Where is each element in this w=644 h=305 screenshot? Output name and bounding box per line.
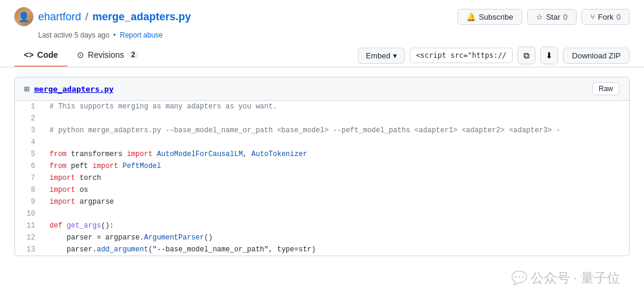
table-row: 8import os xyxy=(15,184,629,196)
username-link[interactable]: ehartford xyxy=(38,11,81,23)
script-preview-text: <script src="https:// xyxy=(416,51,507,60)
avatar-image: 👤 xyxy=(14,7,33,26)
star-label: Star xyxy=(546,13,561,21)
embed-chevron-icon: ▾ xyxy=(393,51,397,60)
download-icon: ⬇ xyxy=(546,51,553,60)
table-row: 7import torch xyxy=(15,172,629,184)
table-row: 11def get_args(): xyxy=(15,220,629,232)
tab-revisions[interactable]: ⊙ Revisions 2 xyxy=(67,44,148,67)
line-code xyxy=(45,136,629,148)
header-left: 👤 ehartford / merge_adapters.py xyxy=(14,7,191,26)
file-container: ⊞ merge_adapters.py Raw 1# This supports… xyxy=(14,77,630,256)
line-number: 10 xyxy=(15,208,45,220)
tab-code[interactable]: <> Code xyxy=(14,44,67,67)
line-code: from peft import PeftModel xyxy=(45,160,629,172)
line-number: 4 xyxy=(15,136,45,148)
line-code xyxy=(45,113,629,125)
star-button[interactable]: ☆ Star 0 xyxy=(527,9,577,25)
copy-icon: ⧉ xyxy=(524,51,530,61)
download-zip-label: Download ZIP xyxy=(572,51,621,60)
table-row: 6from peft import PeftModel xyxy=(15,160,629,172)
line-code: import argparse xyxy=(45,196,629,208)
star-icon: ☆ xyxy=(536,13,543,21)
table-row: 5from transformers import AutoModelForCa… xyxy=(15,148,629,160)
fork-icon: ⑂ xyxy=(590,13,595,21)
line-code: parser = argparse.ArgumentParser() xyxy=(45,232,629,244)
file-code-icon: ⊞ xyxy=(24,84,29,94)
line-number: 3 xyxy=(15,125,45,136)
line-number: 2 xyxy=(15,113,45,125)
header-right: 🔔 Subscribe ☆ Star 0 ⑂ Fork 0 xyxy=(457,9,630,25)
table-row: 10 xyxy=(15,208,629,220)
subscribe-label: Subscribe xyxy=(479,13,513,21)
line-code: import torch xyxy=(45,172,629,184)
embed-button[interactable]: Embed ▾ xyxy=(358,48,404,64)
download-zip-button[interactable]: Download ZIP xyxy=(563,48,630,64)
table-row: 4 xyxy=(15,136,629,148)
line-code: parser.add_argument("--base_model_name_o… xyxy=(45,244,629,256)
line-code: from transformers import AutoModelForCau… xyxy=(45,148,629,160)
filename-link[interactable]: merge_adapters.py xyxy=(92,11,191,23)
subtitle: Last active 5 days ago • Report abuse xyxy=(0,30,644,44)
line-number: 5 xyxy=(15,148,45,160)
report-abuse-link[interactable]: Report abuse xyxy=(120,31,163,39)
script-preview-box: <script src="https:// xyxy=(410,48,513,63)
revisions-count-badge: 2 xyxy=(128,51,139,59)
code-icon: <> xyxy=(24,50,33,60)
star-count: 0 xyxy=(564,13,568,21)
tabs-bar: <> Code ⊙ Revisions 2 Embed ▾ <script sr… xyxy=(0,44,644,67)
line-number: 6 xyxy=(15,160,45,172)
file-name-link[interactable]: merge_adapters.py xyxy=(34,85,113,94)
tab-revisions-label: Revisions xyxy=(88,50,124,60)
line-number: 12 xyxy=(15,232,45,244)
table-row: 9import argparse xyxy=(15,196,629,208)
raw-button[interactable]: Raw xyxy=(592,82,620,95)
last-active-text: Last active 5 days ago xyxy=(38,31,109,39)
subscribe-button[interactable]: 🔔 Subscribe xyxy=(457,9,522,25)
table-row: 12 parser = argparse.ArgumentParser() xyxy=(15,232,629,244)
file-header: ⊞ merge_adapters.py Raw xyxy=(15,77,629,101)
file-title: ⊞ merge_adapters.py xyxy=(24,84,114,94)
table-row: 1# This supports merging as many adapter… xyxy=(15,101,629,113)
line-number: 9 xyxy=(15,196,45,208)
table-row: 3# python merge_adapters.py --base_model… xyxy=(15,125,629,136)
tab-code-label: Code xyxy=(37,50,58,60)
tabs-right: Embed ▾ <script src="https:// ⧉ ⬇ Downlo… xyxy=(358,46,630,64)
embed-label: Embed xyxy=(366,51,390,60)
tabs-left: <> Code ⊙ Revisions 2 xyxy=(14,44,148,67)
fork-label: Fork xyxy=(598,13,614,21)
copy-clipboard-button[interactable]: ⧉ xyxy=(518,46,535,64)
line-number: 1 xyxy=(15,101,45,113)
line-number: 8 xyxy=(15,184,45,196)
line-code: def get_args(): xyxy=(45,220,629,232)
code-table: 1# This supports merging as many adapter… xyxy=(15,101,629,256)
breadcrumb-separator: / xyxy=(85,11,88,23)
line-number: 7 xyxy=(15,172,45,184)
line-code: # python merge_adapters.py --base_model_… xyxy=(45,125,629,136)
bell-icon: 🔔 xyxy=(466,13,476,21)
line-number: 11 xyxy=(15,220,45,232)
avatar: 👤 xyxy=(14,7,33,26)
raw-download-button[interactable]: ⬇ xyxy=(540,46,558,64)
line-number: 13 xyxy=(15,244,45,256)
fork-count: 0 xyxy=(617,13,621,21)
line-code: import os xyxy=(45,184,629,196)
breadcrumb: ehartford / merge_adapters.py xyxy=(38,11,191,23)
line-code xyxy=(45,208,629,220)
revisions-icon: ⊙ xyxy=(77,50,84,60)
line-code: # This supports merging as many adapters… xyxy=(45,101,629,113)
fork-button[interactable]: ⑂ Fork 0 xyxy=(581,9,630,25)
header-bar: 👤 ehartford / merge_adapters.py 🔔 Subscr… xyxy=(0,0,644,30)
table-row: 2 xyxy=(15,113,629,125)
table-row: 13 parser.add_argument("--base_model_nam… xyxy=(15,244,629,256)
